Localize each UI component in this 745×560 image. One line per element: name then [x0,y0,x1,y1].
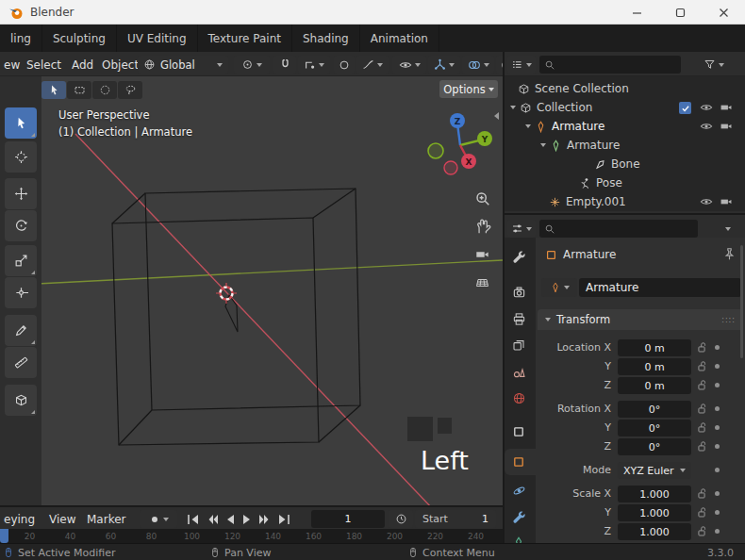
tool-add-cube[interactable] [5,385,37,416]
marker-menu[interactable]: Marker [83,510,129,528]
outliner-row-armature-data[interactable]: Armature [505,136,745,155]
shading-solid-button[interactable] [496,56,503,74]
rotation-x-field[interactable]: 0° [618,401,691,418]
keying-menu[interactable]: eying [0,510,39,528]
tab-object[interactable] [511,454,526,469]
properties-search-input[interactable] [539,220,698,238]
animate-dot[interactable] [715,529,720,534]
animate-dot[interactable] [715,444,720,449]
lock-icon[interactable] [696,379,708,391]
tab-output[interactable] [511,311,526,326]
scale-y-field[interactable]: 1.000 [618,504,691,521]
object-browse-dropdown[interactable] [541,278,577,297]
collection-checkbox[interactable] [679,102,691,114]
lock-icon[interactable] [696,421,708,434]
hide-eye-icon[interactable] [700,195,713,208]
lock-icon[interactable] [696,403,708,415]
animate-dot[interactable] [715,345,720,350]
workspace-tab[interactable]: Sculpting [42,25,117,52]
axis-y-negative-ball[interactable] [428,143,443,158]
lasso-select-button[interactable] [118,81,142,99]
select-menu[interactable]: Select [23,56,65,74]
workspace-tab[interactable]: Texture Paint [198,25,292,52]
tab-tool[interactable] [511,249,526,264]
outliner-filter-dropdown[interactable] [696,56,732,74]
scale-x-field[interactable]: 1.000 [618,486,691,502]
lock-icon[interactable] [696,360,708,372]
axis-x-ball[interactable]: X [461,154,476,169]
scale-z-field[interactable]: 1.000 [618,523,691,540]
gizmos-dropdown[interactable] [428,56,460,74]
disable-render-camera-icon[interactable] [720,195,733,208]
pin-icon[interactable] [722,247,737,261]
outliner-row-collection[interactable]: Collection [505,98,745,117]
auto-keying-dropdown[interactable] [140,510,177,528]
lock-icon[interactable] [696,506,708,519]
object-menu[interactable]: Object [98,56,142,74]
circle-select-button[interactable] [92,81,117,99]
previous-keyframe-button[interactable] [206,514,219,525]
axis-x-negative-ball[interactable] [444,161,457,174]
properties-options-dropdown[interactable] [718,220,738,238]
tab-world[interactable] [511,390,526,405]
rotation-y-field[interactable]: 0° [618,420,691,436]
use-preview-range-button[interactable] [389,510,413,528]
tool-transform[interactable] [5,277,37,308]
pan-hand-icon[interactable] [474,218,491,235]
lock-icon[interactable] [696,341,708,354]
view-menu[interactable]: ew [0,56,24,74]
orthographic-grid-icon[interactable] [473,275,491,290]
outliner-search-input[interactable] [539,56,681,74]
box-select-button[interactable] [67,81,91,99]
outliner-editor-type-dropdown[interactable] [507,56,536,74]
disable-render-camera-icon[interactable] [720,120,733,133]
workspace-tab[interactable]: Shading [292,25,360,52]
start-frame-field[interactable]: Start 1 [415,510,496,528]
proportional-edit-button[interactable] [334,56,355,74]
workspace-tab[interactable]: ling [0,25,42,52]
tab-constraints[interactable] [511,509,526,524]
tool-annotate[interactable] [5,315,37,346]
tool-measure[interactable] [5,347,37,378]
close-button[interactable] [702,0,745,25]
animate-dot[interactable] [715,364,720,369]
play-reverse-button[interactable] [224,514,236,525]
maximize-button[interactable] [658,0,702,25]
workspace-tab[interactable]: Animation [360,25,439,52]
show-object-types-dropdown[interactable] [392,56,426,74]
snap-toggle-button[interactable] [273,56,296,74]
transform-panel-header[interactable]: Transform :::: [538,309,743,330]
add-menu[interactable]: Add [68,56,97,74]
panel-drag-dots-icon[interactable]: :::: [721,316,736,324]
disclosure-triangle-icon[interactable] [525,124,531,128]
rotation-mode-dropdown[interactable]: XYZ Euler [618,462,691,479]
pivot-point-dropdown[interactable] [234,56,270,74]
tweak-select-button[interactable] [41,81,66,99]
disclosure-triangle-icon[interactable] [510,106,516,109]
current-frame-field[interactable]: 1 [311,510,385,528]
transform-orientation-dropdown[interactable]: Global [138,56,228,74]
hide-eye-icon[interactable] [700,120,713,133]
lock-icon[interactable] [696,487,708,500]
location-y-field[interactable]: 0 m [618,358,691,375]
tool-rotate[interactable] [5,210,37,241]
axis-z-ball[interactable]: Z [450,113,465,128]
options-dropdown[interactable]: Options [439,80,498,98]
tab-view-layer[interactable] [511,338,526,353]
editor-divider-vertical[interactable] [503,52,505,543]
outliner-row-pose[interactable]: Pose [505,173,745,192]
tab-scene[interactable] [511,364,526,379]
animate-dot[interactable] [715,510,720,515]
next-keyframe-button[interactable] [258,514,272,525]
outliner-row-bone[interactable]: Bone [505,155,745,173]
proportional-falloff-dropdown[interactable] [356,56,389,74]
viewport[interactable]: Left User Perspective (1) Collection | A… [0,76,503,505]
camera-view-icon[interactable] [473,247,491,262]
location-x-field[interactable]: 0 m [618,339,691,356]
playhead[interactable] [0,529,8,543]
overlays-dropdown[interactable] [462,56,494,74]
disclosure-triangle-icon[interactable] [540,143,546,147]
tab-render[interactable] [511,285,526,300]
animate-dot[interactable] [715,406,720,411]
properties-scrollbar[interactable] [740,245,743,358]
